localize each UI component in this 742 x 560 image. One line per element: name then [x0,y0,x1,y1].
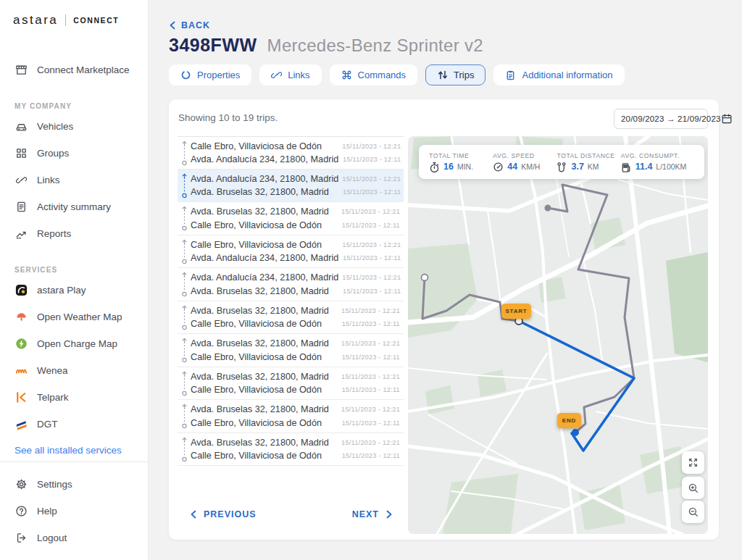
stat-label: TOTAL DISTANCE [556,152,617,159]
trip-list-item[interactable]: Avda. Bruselas 32, 21800, Madrid Calle E… [178,433,404,467]
trip-from-time: 15/11/2023 - 12:21 [338,406,400,413]
sidebar-item-connect-marketplace[interactable]: Connect Marketplace [0,59,148,80]
tab-trips[interactable]: Trips [425,64,485,85]
trip-list-item[interactable]: Calle Ebro, Villaviciosa de Odón Avda. A… [178,235,404,269]
trip-from-address: Avda. Bruselas 32, 21800, Madrid [191,338,338,348]
trip-route-icon [179,141,189,166]
previous-button[interactable]: PREVIOUS [190,509,257,519]
route-point-icon [422,275,428,281]
route-point-icon [545,205,551,212]
sidebar-item-reports[interactable]: Reports [0,223,148,244]
trip-list-item[interactable]: Avda. Bruselas 32, 21800, Madrid Calle E… [178,301,404,335]
sidebar-item-label: astara Play [37,285,86,296]
trip-from-time: 15/11/2023 - 12:21 [338,208,400,215]
sidebar-item-label: Groups [37,148,69,159]
logout-icon [14,531,28,545]
date-range-picker[interactable]: 20/09/2023 → 21/09/2023 [614,109,708,129]
back-button[interactable]: BACK [169,20,210,30]
trip-list-item[interactable]: Avda. Andalucía 234, 21800, Madrid Avda.… [178,268,404,301]
trip-stat: TOTAL DISTANCE 3.7 KM [556,152,617,172]
tab-links[interactable]: Links [259,64,321,85]
stat-value: 11.4 [635,162,653,172]
tab-label: Trips [454,70,474,80]
trip-from-address: Avda. Bruselas 32, 21800, Madrid [191,306,338,316]
vehicle-plate: 3498FWW [169,35,257,56]
tab-commands[interactable]: Commands [330,64,417,85]
tab-label: Commands [358,70,406,80]
dgt-icon [14,417,28,431]
sidebar-item-groups[interactable]: Groups [0,143,148,164]
trip-end-point-icon [572,429,579,436]
zoom-in-button[interactable] [682,477,704,499]
stopwatch-icon [429,162,440,172]
trip-from-address: Avda. Bruselas 32, 21800, Madrid [191,404,338,414]
clipboard-icon [505,70,516,80]
stat-unit: KM/H [521,162,540,171]
fullscreen-button[interactable] [682,451,704,474]
trip-list-item[interactable]: Avda. Bruselas 32, 21800, Madrid Calle E… [178,367,404,401]
trip-to-time: 15/11/2023 - 12:11 [338,419,400,427]
stat-value: 16 [443,162,454,172]
sidebar-item-help[interactable]: Help [0,501,148,522]
sidebar-item-label: DGT [37,419,58,430]
sidebar-item-open-charge-map[interactable]: Open Charge Map [0,333,148,354]
zoom-in-icon [688,482,699,494]
sidebar-item-label: Links [37,175,60,185]
trip-route-icon [179,437,189,463]
chevron-left-icon [190,510,197,519]
fuel-icon [621,162,632,172]
trip-list-item[interactable]: Avda. Bruselas 32, 21800, Madrid Calle E… [178,334,404,367]
previous-label: PREVIOUS [204,509,257,519]
trip-from-time: 15/11/2023 - 12:21 [338,439,400,446]
open-charge-map-icon [14,337,28,351]
trip-to-time: 15/11/2023 - 12:11 [338,452,400,459]
sidebar-item-logout[interactable]: Logout [0,527,148,548]
back-label: BACK [181,20,210,30]
zoom-out-button[interactable] [682,501,704,523]
sidebar-item-vehicles[interactable]: Vehicles [0,116,148,137]
trips-count-text: Showing 10 to 19 trips. [178,112,278,123]
map-canvas[interactable] [408,136,708,534]
report-icon [14,227,28,241]
connect-logo: CONNECT [73,16,119,25]
next-button[interactable]: NEXT [352,509,393,519]
trip-map[interactable]: TOTAL TIME 16 MIN. AVG. SPEED 44 KM/H TO… [408,136,708,534]
tab-properties[interactable]: Properties [169,64,251,85]
trip-route-icon [179,404,189,430]
astara-play-icon [14,283,28,297]
sidebar-item-telpark[interactable]: Telpark [0,387,148,408]
stat-value: 3.7 [571,162,583,172]
calendar-icon [721,113,733,125]
end-marker[interactable]: END [557,413,581,428]
stat-unit: KM [588,162,599,171]
sidebar-item-open-weather-map[interactable]: Open Weather Map [0,306,148,327]
sidebar-item-links[interactable]: Links [0,170,148,191]
stat-unit: MIN. [457,162,473,171]
trip-list-item[interactable]: Calle Ebro, Villaviciosa de Odón Avda. A… [178,136,404,170]
trip-route-icon [179,206,189,232]
trip-list: Calle Ebro, Villaviciosa de Odón Avda. A… [178,136,404,466]
sidebar-item-dgt[interactable]: DGT [0,414,148,435]
sidebar-item-label: Open Weather Map [37,312,122,322]
trip-list-item[interactable]: Avda. Andalucía 234, 21800, Madrid Avda.… [178,170,404,203]
trip-stat: AVG. SPEED 44 KM/H [493,152,554,172]
start-marker[interactable]: START [501,304,531,319]
telpark-icon [14,390,28,404]
trip-list-item[interactable]: Avda. Bruselas 32, 21800, Madrid Calle E… [178,202,404,235]
sidebar-item-activity-summary[interactable]: Activity summary [0,196,148,217]
trip-list-item[interactable]: Avda. Bruselas 32, 21800, Madrid Calle E… [178,400,404,433]
trip-to-time: 15/11/2023 - 12:11 [338,386,400,393]
fullscreen-icon [688,457,699,468]
trip-to-address: Calle Ebro, Villaviciosa de Odón [191,418,338,428]
sidebar-item-astara-play[interactable]: astara Play [0,280,148,301]
groups-icon [14,146,28,160]
see-all-services-link[interactable]: See all installed services [0,435,148,456]
chevron-right-icon [385,510,393,519]
tab-additional-information[interactable]: Additional information [493,64,624,85]
sidebar-item-wenea[interactable]: Wenea [0,360,148,381]
sidebar-item-settings[interactable]: Settings [0,474,148,495]
trip-from-time: 15/11/2023 - 12:21 [338,143,401,150]
trip-from-address: Avda. Bruselas 32, 21800, Madrid [191,206,338,217]
trip-from-address: Avda. Andalucía 234, 21800, Madrid [191,174,338,184]
trip-to-address: Calle Ebro, Villaviciosa de Odón [191,352,338,362]
